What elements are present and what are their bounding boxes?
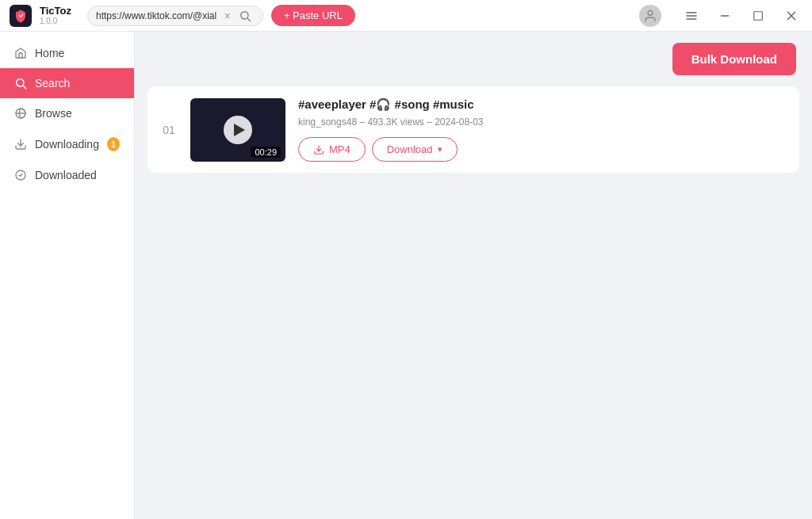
- svg-point-0: [241, 11, 248, 18]
- content-area: Bulk Download 01 00:29 #aveeplayer #🎧 #s…: [135, 32, 812, 519]
- downloading-icon: [14, 138, 27, 151]
- play-button[interactable]: [224, 116, 252, 144]
- url-area: × + Paste URL: [87, 5, 355, 26]
- chevron-down-icon: ▾: [438, 144, 442, 155]
- video-date: 2024-08-03: [435, 116, 483, 128]
- mp4-button[interactable]: MP4: [298, 137, 366, 162]
- svg-line-1: [247, 18, 250, 21]
- svg-rect-7: [754, 11, 763, 20]
- svg-point-2: [648, 10, 653, 15]
- user-avatar[interactable]: [639, 5, 661, 27]
- mp4-btn-label: MP4: [329, 143, 350, 155]
- video-index: 01: [160, 124, 178, 136]
- video-list: 01 00:29 #aveeplayer #🎧 #song #music kin…: [135, 86, 812, 519]
- video-views: 493.3K views: [367, 116, 423, 128]
- sidebar-label-downloading: Downloading: [35, 138, 99, 151]
- video-separator-2: –: [427, 116, 435, 128]
- download-btn-label: Download: [387, 143, 433, 155]
- table-row: 01 00:29 #aveeplayer #🎧 #song #music kin…: [147, 86, 799, 173]
- svg-line-11: [23, 86, 25, 88]
- url-clear-button[interactable]: ×: [224, 10, 231, 21]
- video-thumbnail: 00:29: [190, 98, 285, 162]
- video-meta: king_songs48 – 493.3K views – 2024-08-03: [298, 116, 787, 128]
- app-logo: [10, 5, 32, 27]
- menu-button[interactable]: [680, 5, 703, 27]
- downloaded-icon: [14, 169, 27, 181]
- sidebar: Home Search Browse: [0, 32, 135, 519]
- downloading-badge: 1: [107, 137, 120, 151]
- app-title: TicToz: [40, 5, 71, 17]
- sidebar-item-downloaded[interactable]: Downloaded: [0, 160, 134, 190]
- maximize-button[interactable]: [747, 5, 769, 27]
- bulk-download-button[interactable]: Bulk Download: [672, 43, 796, 75]
- window-controls: [680, 5, 802, 27]
- app-version: 1.0.0: [40, 17, 71, 26]
- search-icon: [14, 77, 27, 90]
- video-title-text: #aveeplayer #🎧 #song #music: [298, 97, 474, 111]
- sidebar-item-search[interactable]: Search: [0, 68, 134, 98]
- browse-icon: [14, 107, 27, 120]
- title-bar: TicToz 1.0.0 × + Paste URL: [0, 0, 812, 32]
- sidebar-item-home[interactable]: Home: [0, 38, 134, 68]
- url-input-wrapper: ×: [87, 6, 263, 26]
- video-author: king_songs48: [298, 116, 357, 128]
- sidebar-item-browse[interactable]: Browse: [0, 98, 134, 128]
- video-title: #aveeplayer #🎧 #song #music: [298, 97, 787, 112]
- sidebar-item-downloading[interactable]: Downloading 1: [0, 128, 134, 160]
- paste-url-button[interactable]: + Paste URL: [271, 5, 355, 26]
- sidebar-label-home: Home: [35, 47, 64, 59]
- app-name-block: TicToz 1.0.0: [40, 5, 71, 27]
- video-actions: MP4 Download ▾: [298, 137, 787, 162]
- minimize-button[interactable]: [714, 5, 736, 27]
- sidebar-label-downloaded: Downloaded: [35, 169, 97, 181]
- home-icon: [14, 47, 27, 59]
- video-separator-1: –: [359, 116, 367, 128]
- video-info: #aveeplayer #🎧 #song #music king_songs48…: [298, 97, 787, 162]
- content-topbar: Bulk Download: [135, 32, 812, 86]
- url-input[interactable]: [96, 10, 220, 21]
- download-button[interactable]: Download ▾: [372, 137, 458, 162]
- close-button[interactable]: [780, 5, 802, 27]
- sidebar-label-browse: Browse: [35, 107, 72, 120]
- url-search-button[interactable]: [236, 10, 255, 22]
- main-layout: Home Search Browse: [0, 32, 812, 519]
- video-duration: 00:29: [251, 147, 281, 158]
- sidebar-label-search: Search: [35, 77, 70, 90]
- svg-point-10: [17, 79, 24, 86]
